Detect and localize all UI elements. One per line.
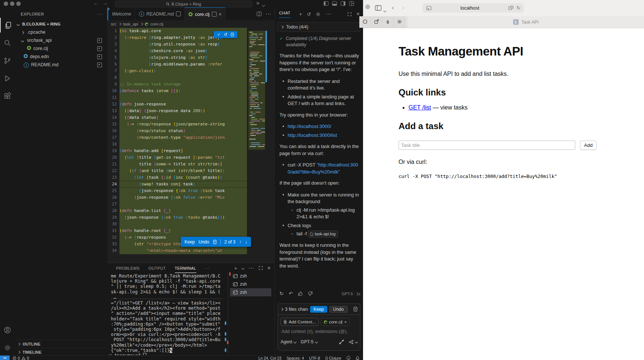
chat-link[interactable]: http://localhost:3000/list xyxy=(288,132,337,138)
modified-indicator-icon[interactable] xyxy=(212,12,217,17)
chat-input-placeholder[interactable]: Add context (#), extensions (@), xyxy=(281,329,348,334)
editor-more-actions-icon[interactable]: ··· xyxy=(265,11,271,17)
explorer-activity-icon[interactable] xyxy=(0,18,16,33)
outline-section[interactable]: OUTLINE xyxy=(15,340,107,348)
reload-icon[interactable]: ↻ xyxy=(516,5,521,11)
timeline-section[interactable]: TIMELINE xyxy=(15,348,107,356)
tab-problems[interactable]: PROBLEMS xyxy=(116,266,140,270)
tab-output[interactable]: OUTPUT xyxy=(149,266,166,270)
minimize-traffic-light[interactable] xyxy=(10,1,14,6)
extensions-activity-icon[interactable] xyxy=(0,89,15,104)
tab-terminal[interactable]: TERMINAL xyxy=(175,263,196,273)
split-editor-icon[interactable] xyxy=(257,11,262,16)
browser-sidebar-icon[interactable] xyxy=(375,5,382,11)
search-activity-icon[interactable] xyxy=(0,36,15,50)
undo-all-button[interactable]: Undo xyxy=(329,306,348,313)
problems-status[interactable]: 0 0 xyxy=(13,356,29,360)
panel-more-actions-icon[interactable]: ··· xyxy=(248,265,254,272)
terminal-list-item[interactable]: zsh xyxy=(230,288,271,296)
maximize-panel-icon[interactable] xyxy=(259,266,263,270)
indentation-status[interactable]: Spaces: 4 xyxy=(287,356,304,360)
remote-indicator[interactable]: >< xyxy=(0,356,10,360)
accounts-icon[interactable] xyxy=(0,323,15,337)
explorer-item-core-clj[interactable]: core.clj xyxy=(15,44,107,53)
chat-input-box[interactable]: Add Context... core.clj + Add context (#… xyxy=(278,314,360,351)
terminal-output[interactable]: me Route/Experiment 8.Task Management/B.… xyxy=(111,273,222,300)
notifications-bell-icon[interactable] xyxy=(356,356,359,360)
chat-more-actions-icon[interactable]: ··· xyxy=(325,11,331,17)
files-changed-bar[interactable]: 3 files changed Keep Undo xyxy=(278,303,360,314)
chat-settings-gear-icon[interactable] xyxy=(316,12,321,17)
tab-welcome[interactable]: Welcome xyxy=(108,7,135,20)
cursor-position-status[interactable]: Ln 24, Col 23 xyxy=(258,356,281,360)
tools-icon[interactable] xyxy=(339,339,344,344)
nav-back-icon[interactable]: ← xyxy=(93,0,98,6)
close-traffic-light[interactable] xyxy=(4,1,8,6)
todos-section[interactable]: Todos (4/4) xyxy=(277,22,360,32)
share-pinned-tab[interactable] xyxy=(371,16,382,28)
modified-indicator-icon[interactable] xyxy=(97,54,102,59)
browser-back-icon[interactable]: ‹ xyxy=(392,4,394,11)
get-list-link[interactable]: GET /list xyxy=(409,104,431,111)
model-picker[interactable]: GPT-5 xyxy=(301,339,318,344)
extensions-browser-icon[interactable] xyxy=(508,6,514,10)
chevron-down-icon[interactable] xyxy=(383,9,386,12)
close-panel-icon[interactable]: × xyxy=(267,265,271,272)
next-change-icon[interactable]: ↓ xyxy=(245,239,247,245)
explorer-item--cpcache[interactable]: .cpcache xyxy=(15,28,107,36)
close-icon[interactable]: × xyxy=(219,12,221,17)
tab-readme[interactable]: i README.md xyxy=(135,7,185,20)
toggle-sidebar-icon[interactable] xyxy=(323,1,329,6)
toggle-secondary-sidebar-icon[interactable] xyxy=(340,1,346,6)
keep-button[interactable]: Keep xyxy=(184,239,195,245)
keep-all-button[interactable]: Keep xyxy=(310,306,327,313)
thumbs-up-icon[interactable] xyxy=(298,291,303,296)
modified-indicator-icon[interactable] xyxy=(97,38,102,43)
explorer-item-deps-edn[interactable]: deps.edn xyxy=(15,53,107,61)
modified-indicator-icon[interactable] xyxy=(97,46,102,51)
browser-forward-icon[interactable]: › xyxy=(402,4,404,11)
accept-check-icon[interactable]: ✓ xyxy=(217,32,220,37)
circle-pinned-tab[interactable] xyxy=(359,16,371,28)
previous-change-icon[interactable]: ↑ xyxy=(239,239,241,245)
encoding-status[interactable]: UTF-8 xyxy=(309,356,320,360)
chat-history-icon[interactable]: ↺ xyxy=(307,11,311,17)
thumbs-down-icon[interactable] xyxy=(308,291,313,296)
page-settings-icon[interactable] xyxy=(426,6,431,10)
agent-mode-picker[interactable]: Agent xyxy=(281,339,296,344)
add-context-chip[interactable]: Add Context... xyxy=(281,318,319,326)
context-file-chip[interactable]: core.clj + xyxy=(321,318,350,326)
breadcrumb-item[interactable]: task_api xyxy=(123,22,138,26)
breadcrumb[interactable]: src task_api core.clj xyxy=(111,20,163,28)
gear-pinned-tab[interactable] xyxy=(394,16,405,28)
add-more-context-icon[interactable]: + xyxy=(344,320,347,324)
regenerate-icon[interactable]: ↻ xyxy=(279,291,284,296)
minimap-slider[interactable] xyxy=(265,31,267,82)
minimap[interactable] xyxy=(248,31,265,150)
terminal-output[interactable]: ="/list">GET /list</a> — view tasks</li>… xyxy=(111,300,222,359)
discard-undo-icon[interactable]: ↺ xyxy=(224,32,227,37)
explorer-item-src-task-api[interactable]: src/task_api xyxy=(15,36,107,44)
explorer-item-readme-md[interactable]: iREADME.md xyxy=(15,61,107,69)
send-button[interactable] xyxy=(349,340,357,344)
toggle-panel-icon[interactable] xyxy=(332,1,337,6)
settings-gear-icon[interactable] xyxy=(0,340,15,355)
task-title-input[interactable] xyxy=(399,141,575,150)
chat-link[interactable]: "http://localhost:3000/add?title=Buy%20m… xyxy=(288,162,358,175)
tab-chat[interactable]: CHAT xyxy=(279,11,291,18)
chevron-down-icon[interactable] xyxy=(262,4,265,7)
tab-core-clj[interactable]: core.clj × xyxy=(185,7,226,21)
feedback-icon[interactable] xyxy=(346,356,350,360)
modified-indicator-icon[interactable] xyxy=(176,11,181,16)
customize-layout-icon[interactable] xyxy=(349,1,354,6)
url-text[interactable]: localhost xyxy=(431,5,508,11)
command-center[interactable]: B.Clojure + Ring xyxy=(115,1,252,7)
traffic-light[interactable] xyxy=(365,4,370,9)
modified-indicator-icon[interactable] xyxy=(97,63,102,67)
address-bar[interactable]: localhost ↻ xyxy=(423,3,524,13)
undo-button[interactable]: Undo xyxy=(199,239,209,245)
terminal-list-item[interactable]: zsh xyxy=(230,280,271,288)
inline-file-chip[interactable]: task-api.log xyxy=(308,231,338,238)
chat-link[interactable]: http://localhost:3000/ xyxy=(288,124,331,129)
undo-edits-icon[interactable]: ↶ xyxy=(289,291,293,296)
